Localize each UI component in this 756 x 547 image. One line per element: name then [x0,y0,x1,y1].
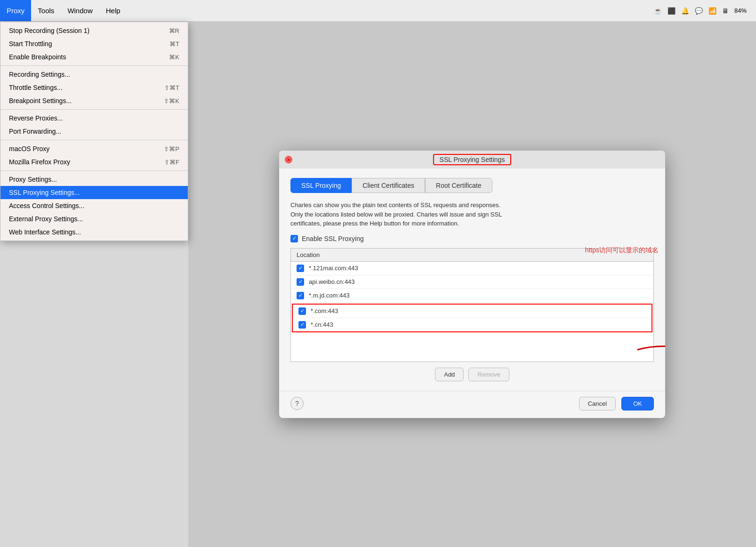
battery-level: 84% [734,7,747,14]
location-row-4[interactable]: ✓ *.com:443 [293,305,651,318]
menu-start-throttling[interactable]: Start Throttling ⌘T [0,37,188,50]
menu-external-proxy[interactable]: External Proxy Settings... [0,212,188,225]
menu-throttle-settings[interactable]: Throttle Settings... ⇧⌘T [0,81,188,94]
enable-ssl-checkbox[interactable]: ✓ [290,235,298,242]
display-icon: 🖥 [722,7,729,15]
menubar-help[interactable]: Help [99,0,127,21]
location-checkbox-1[interactable]: ✓ [297,265,304,272]
ok-button[interactable]: OK [621,397,654,410]
icon-cup: ☕ [654,7,662,15]
cancel-button[interactable]: Cancel [579,397,616,410]
location-row-2[interactable]: ✓ api.weibo.cn:443 [291,275,653,289]
location-checkbox-2[interactable]: ✓ [297,278,304,286]
menubar-proxy[interactable]: Proxy [0,0,31,21]
footer-action-buttons: Cancel OK [579,397,654,410]
wifi-icon: 📶 [708,7,716,15]
tab-root-certificate[interactable]: Root Certificate [425,178,492,193]
dialog-footer: ? Cancel OK [279,391,665,418]
highlighted-rows-group: ✓ *.com:443 ✓ *.cn:443 [292,304,652,332]
help-button[interactable]: ? [290,397,304,410]
annotation-arrow-group: 有他俩能允许大部分 [633,338,665,362]
menu-breakpoint-settings[interactable]: Breakpoint Settings... ⇧⌘K [0,94,188,107]
menu-enable-breakpoints[interactable]: Enable Breakpoints ⌘K [0,50,188,64]
location-checkbox-3[interactable]: ✓ [297,292,304,299]
menu-access-control[interactable]: Access Control Settings... [0,199,188,212]
tab-client-certificates[interactable]: Client Certificates [352,178,425,193]
dialog-title: SSL Proxying Settings [433,154,512,165]
location-checkbox-5[interactable]: ✓ [298,321,306,329]
menu-recording-settings[interactable]: Recording Settings... [0,68,188,81]
tab-ssl-proxying[interactable]: SSL Proxying [290,178,352,193]
menu-proxy-settings[interactable]: Proxy Settings... [0,173,188,186]
icon-bell: 🔔 [681,7,689,15]
menu-divider-1 [0,65,188,66]
menu-divider-2 [0,109,188,110]
location-section: https访问可以显示的域名 Location ✓ *.121mai.com:4… [290,248,654,362]
ssl-proxying-dialog: ✕ SSL Proxying Settings SSL Proxying Cli… [279,151,665,418]
dialog-tabs: SSL Proxying Client Certificates Root Ce… [290,178,654,193]
menubar: Proxy Tools Window Help ☕ ⬛ 🔔 💬 📶 🖥 84% [0,0,756,22]
location-row-1[interactable]: ✓ *.121mai.com:443 [291,262,653,275]
menu-web-interface[interactable]: Web Interface Settings... [0,225,188,239]
table-action-buttons: Add Remove [290,368,654,381]
add-location-button[interactable]: Add [435,368,464,381]
dialog-titlebar: ✕ SSL Proxying Settings [279,151,665,169]
menu-divider-3 [0,140,188,140]
menu-divider-4 [0,170,188,171]
icon-wechat: 💬 [695,7,703,15]
location-row-3[interactable]: ✓ *.m.jd.com:443 [291,289,653,303]
location-row-5[interactable]: ✓ *.cn:443 [293,318,651,331]
dialog-overlay: ✕ SSL Proxying Settings SSL Proxying Cli… [188,22,756,547]
remove-location-button[interactable]: Remove [468,368,509,381]
icon-circle: ⬛ [668,7,676,15]
dialog-close-btn[interactable]: ✕ [285,156,292,163]
proxy-dropdown-menu: Stop Recording (Session 1) ⌘R Start Thro… [0,22,188,241]
menu-macos-proxy[interactable]: macOS Proxy ⇧⌘P [0,142,188,155]
dialog-body: SSL Proxying Client Certificates Root Ce… [279,169,665,391]
menubar-tools[interactable]: Tools [31,0,61,21]
menu-firefox-proxy[interactable]: Mozilla Firefox Proxy ⇧⌘F [0,155,188,169]
red-arrow-svg [633,338,665,362]
empty-table-space: 有他俩能允许大部分 [291,333,653,362]
annotation-https: https访问可以显示的域名 [585,246,659,255]
location-table: Location ✓ *.121mai.com:443 ✓ api.weibo.… [290,248,654,362]
dialog-description: Charles can show you the plain text cont… [290,201,654,228]
menubar-right: ☕ ⬛ 🔔 💬 📶 🖥 84% [654,7,756,15]
menu-stop-recording[interactable]: Stop Recording (Session 1) ⌘R [0,24,188,37]
enable-ssl-row[interactable]: ✓ Enable SSL Proxying [290,235,654,242]
menu-ssl-proxying-settings[interactable]: SSL Proxying Settings... [0,186,188,199]
menu-reverse-proxies[interactable]: Reverse Proxies... [0,112,188,125]
location-checkbox-4[interactable]: ✓ [298,307,306,315]
menu-port-forwarding[interactable]: Port Forwarding... [0,125,188,138]
menubar-window[interactable]: Window [61,0,99,21]
